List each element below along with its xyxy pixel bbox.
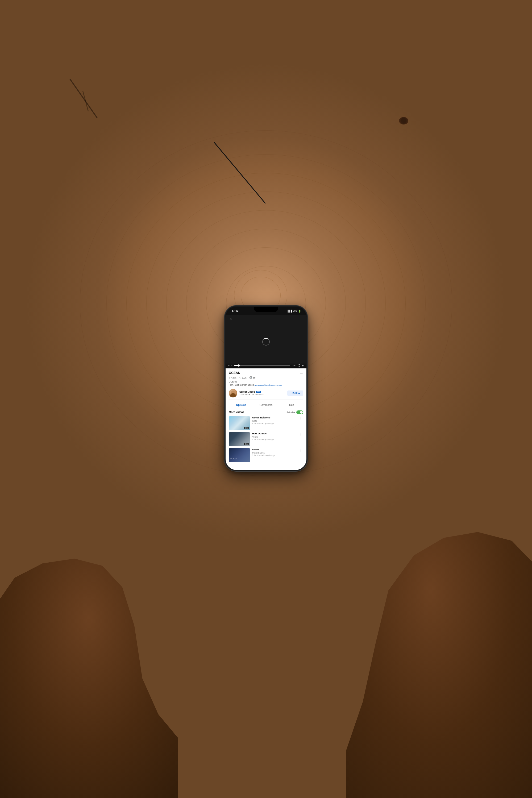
video-item-more-2[interactable]: ⋮ bbox=[299, 432, 303, 437]
signal-bars: ▐▐▐ bbox=[287, 310, 292, 312]
more-videos-title: More videos bbox=[229, 411, 244, 414]
tab-up-next[interactable]: Up Next bbox=[229, 402, 253, 408]
tab-comments[interactable]: Comments bbox=[253, 402, 278, 408]
comment-icon: 💬 bbox=[249, 376, 252, 379]
channel-name-row: Sarosh Jacob PRO bbox=[240, 391, 263, 393]
video-item-stats-3: 5.7k views • 3 months ago bbox=[252, 454, 296, 456]
video-item-2[interactable]: 0:26 HOT OCEAN Young 6.8k views • 8 year… bbox=[229, 432, 303, 446]
video-description: OCEANFilm / Edit: Sarosh Jacob www.saros… bbox=[229, 380, 303, 387]
video-item-channel-3: Pavel Sablya bbox=[252, 452, 296, 454]
follow-button[interactable]: + Follow bbox=[287, 391, 303, 396]
more-options-button[interactable]: ··· bbox=[300, 371, 303, 375]
phone-screen: 17:12 ▐▐▐ LTE 🔋 bbox=[226, 307, 306, 470]
channel-subtitle: 22 videos • 1.9k followers bbox=[240, 393, 263, 396]
duration-badge-2: 0:26 bbox=[244, 443, 249, 445]
network-type: LTE bbox=[293, 310, 297, 312]
heart-icon: ♡ bbox=[239, 376, 241, 379]
video-thumbnail-3: OCEAN bbox=[229, 448, 250, 462]
loading-spinner bbox=[262, 338, 270, 345]
progress-dot bbox=[238, 364, 240, 366]
video-item-channel-2: Young bbox=[252, 436, 296, 438]
video-controls: 0:00 0:00 ⛶ ⊞ bbox=[226, 363, 306, 368]
more-description-link[interactable]: more bbox=[277, 384, 282, 386]
verified-badge: PRO bbox=[256, 391, 261, 393]
description-text: OCEANFilm / Edit: Sarosh Jacob www.saros… bbox=[229, 380, 277, 386]
phone-screen-inner: 17:12 ▐▐▐ LTE 🔋 bbox=[226, 307, 306, 470]
video-item-title-2: HOT OCEAN bbox=[252, 432, 296, 435]
video-item-1[interactable]: 0:52 Ocean Referene K240 4.6k views • 7 … bbox=[229, 416, 303, 430]
video-item-stats-2: 6.8k views • 8 years ago bbox=[252, 438, 296, 440]
time-total: 0:00 bbox=[292, 364, 296, 367]
likes-stat[interactable]: ♡ 1.2k bbox=[239, 376, 247, 379]
views-count: 427k bbox=[231, 376, 236, 379]
likes-count: 1.2k bbox=[242, 376, 247, 379]
signal-icons: ▐▐▐ LTE 🔋 bbox=[287, 310, 301, 312]
comments-stat[interactable]: 💬 89 bbox=[249, 376, 255, 379]
video-item-channel-1: K240 bbox=[252, 420, 296, 422]
video-meta-3: Ocean Pavel Sablya 5.7k views • 3 months… bbox=[252, 448, 296, 457]
grid-icon[interactable]: ⊞ bbox=[302, 364, 304, 367]
time-current: 0:00 bbox=[228, 364, 232, 367]
video-player[interactable]: 0:00 0:00 ⛶ ⊞ bbox=[226, 315, 306, 368]
duration-badge-1: 0:52 bbox=[244, 427, 249, 429]
tabs-row: Up Next Comments Likes bbox=[229, 402, 303, 408]
channel-info: Sarosh Jacob PRO 22 videos • 1.9k follow… bbox=[229, 389, 263, 397]
views-stat: ▷ 427k bbox=[229, 376, 236, 379]
video-item-3[interactable]: OCEAN Ocean Pavel Sablya 5.7k views • 3 … bbox=[229, 448, 303, 462]
videos-count: 22 videos bbox=[240, 393, 248, 396]
video-item-title-1: Ocean Referene bbox=[252, 416, 296, 419]
video-meta-2: HOT OCEAN Young 6.8k views • 8 years ago bbox=[252, 432, 296, 441]
autoplay-toggle[interactable] bbox=[296, 411, 303, 414]
status-bar: 17:12 ▐▐▐ LTE 🔋 bbox=[226, 307, 306, 315]
video-icons-right: ⛶ ⊞ bbox=[298, 364, 304, 367]
phone-device: 17:12 ▐▐▐ LTE 🔋 bbox=[225, 306, 307, 471]
comments-count: 89 bbox=[253, 376, 255, 379]
status-time: 17:12 bbox=[232, 310, 239, 312]
play-icon: ▷ bbox=[229, 377, 230, 379]
channel-text: Sarosh Jacob PRO 22 videos • 1.9k follow… bbox=[240, 391, 263, 396]
video-item-stats-1: 4.6k views • 7 years ago bbox=[252, 422, 296, 424]
video-meta-1: Ocean Referene K240 4.6k views • 7 years… bbox=[252, 416, 296, 425]
stats-row: ▷ 427k ♡ 1.2k 💬 89 bbox=[229, 376, 303, 379]
more-videos-header: More videos Autoplay bbox=[229, 411, 303, 414]
video-title-row: OCEAN ··· bbox=[229, 371, 303, 375]
progress-row: 0:00 0:00 ⛶ ⊞ bbox=[228, 364, 304, 367]
video-thumbnail-1: 0:52 bbox=[229, 416, 250, 430]
thumb-watermark: OCEAN bbox=[230, 457, 237, 460]
phone-wrapper: 17:12 ▐▐▐ LTE 🔋 bbox=[225, 306, 307, 471]
battery-icon: 🔋 bbox=[298, 310, 301, 312]
channel-avatar[interactable] bbox=[229, 389, 237, 397]
content-area: OCEAN ··· ▷ 427k ♡ 1.2k bbox=[226, 368, 306, 470]
fullscreen-icon[interactable]: ⛶ bbox=[298, 364, 300, 367]
video-thumbnail-2: 0:26 bbox=[229, 432, 250, 446]
notch bbox=[254, 307, 278, 312]
video-item-more-3[interactable]: ⋮ bbox=[299, 448, 303, 453]
video-title: OCEAN bbox=[229, 371, 240, 375]
channel-row: Sarosh Jacob PRO 22 videos • 1.9k follow… bbox=[229, 389, 303, 400]
progress-bar[interactable] bbox=[234, 365, 290, 366]
channel-name-label[interactable]: Sarosh Jacob bbox=[240, 391, 255, 393]
back-button[interactable] bbox=[229, 317, 232, 322]
tab-likes[interactable]: Likes bbox=[279, 402, 303, 408]
followers-count: 1.9k followers bbox=[251, 393, 264, 396]
video-item-more-1[interactable]: ⋮ bbox=[299, 416, 303, 421]
autoplay-row: Autoplay bbox=[287, 411, 303, 414]
autoplay-label: Autoplay bbox=[287, 411, 295, 413]
video-item-title-3: Ocean bbox=[252, 448, 296, 451]
